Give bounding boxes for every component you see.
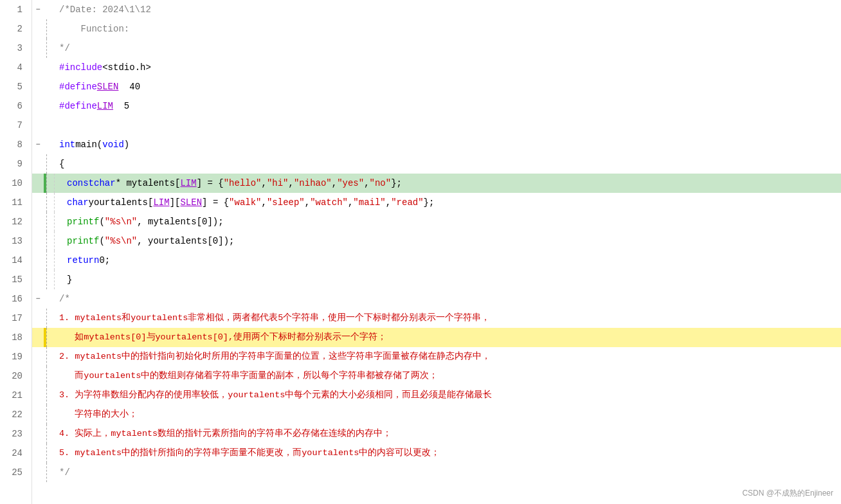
code-line-6: #define LIM 5 [32, 96, 841, 116]
code-line-17: 1. mytalents和yourtalents非常相似，两者都代表5个字符串，… [32, 309, 841, 328]
fold-gutter-15 [32, 270, 44, 289]
code-line-2: Function: [32, 19, 841, 39]
fold-gutter-25 [32, 463, 44, 482]
fold-gutter-16[interactable]: − [32, 289, 44, 309]
fold-gutter-13 [32, 231, 44, 251]
fold-gutter-4 [32, 58, 44, 77]
code-line-22: 字符串的大小； [32, 405, 841, 424]
code-line-18: 如mytalents[0]与yourtalents[0],使用两个下标时都分别表… [32, 328, 841, 347]
code-line-19: 2. mytalents中的指针指向初始化时所用的字符串字面量的位置，这些字符串… [32, 347, 841, 366]
line-content-22: 字符串的大小； [54, 405, 138, 424]
code-line-4: #include <stdio.h> [32, 58, 841, 77]
fold-gutter-17 [32, 309, 44, 328]
line-content-23: 4. 实际上，mytalents数组的指针元素所指向的字符串不必存储在连续的内存… [54, 424, 392, 444]
fold-gutter-8[interactable]: − [32, 135, 44, 154]
fold-icon-1[interactable]: − [35, 0, 40, 19]
line-content-19: 2. mytalents中的指针指向初始化时所用的字符串字面量的位置，这些字符串… [54, 347, 491, 366]
line-content-2: Function: [54, 19, 129, 39]
code-line-15: } [32, 270, 841, 289]
line-content-5: #define SLEN 40 [54, 77, 140, 96]
fold-gutter-24 [32, 444, 44, 463]
fold-gutter-14 [32, 251, 44, 270]
fold-gutter-6 [32, 96, 44, 116]
line-content-1: /*Date: 2024\1\12 [54, 0, 151, 19]
line-content-12: printf("%s\n", mytalents[0]); [62, 212, 224, 231]
fold-gutter-5 [32, 77, 44, 96]
line-content-20: 而yourtalents中的数组则存储着字符串字面量的副本，所以每个字符串都被存… [54, 366, 438, 386]
code-line-24: 5. mytalents中的指针所指向的字符串字面量不能更改，而yourtale… [32, 444, 841, 463]
fold-gutter-3 [32, 39, 44, 58]
code-line-16: − /* [32, 289, 841, 309]
watermark: CSDN @不成熟的Enjineer [742, 488, 833, 499]
line-content-9: { [54, 154, 64, 174]
code-line-9: { [32, 154, 841, 174]
code-line-12: printf("%s\n", mytalents[0]); [32, 212, 841, 231]
fold-gutter-21 [32, 386, 44, 405]
code-line-11: char yourtalents[LIM][SLEN] = {"walk", "… [32, 193, 841, 212]
code-line-13: printf("%s\n", yourtalents[0]); [32, 231, 841, 251]
line-content-18: 如mytalents[0]与yourtalents[0],使用两个下标时都分别表… [54, 328, 386, 347]
fold-icon-8[interactable]: − [35, 135, 40, 154]
code-line-21: 3. 为字符串数组分配内存的使用率较低，yourtalents中每个元素的大小必… [32, 386, 841, 405]
line-content-11: char yourtalents[LIM][SLEN] = {"walk", "… [62, 193, 434, 212]
code-line-3: */ [32, 39, 841, 58]
fold-gutter-1[interactable]: − [32, 0, 44, 19]
code-line-25: */ [32, 463, 841, 482]
line-content-17: 1. mytalents和yourtalents非常相似，两者都代表5个字符串，… [54, 309, 490, 328]
line-content-10: const char* mytalents[LIM] = {"hello", "… [62, 174, 402, 193]
fold-gutter-9 [32, 154, 44, 174]
fold-gutter-11 [32, 193, 44, 212]
code-line-20: 而yourtalents中的数组则存储着字符串字面量的副本，所以每个字符串都被存… [32, 366, 841, 386]
fold-gutter-10 [32, 174, 44, 193]
fold-gutter-20 [32, 366, 44, 386]
code-line-5: #define SLEN 40 [32, 77, 841, 96]
line-content-3: */ [54, 39, 70, 58]
code-line-7 [32, 116, 841, 135]
code-line-14: return 0; [32, 251, 841, 270]
line-content-24: 5. mytalents中的指针所指向的字符串字面量不能更改，而yourtale… [54, 444, 440, 463]
line-content-13: printf("%s\n", yourtalents[0]); [62, 231, 234, 251]
code-line-1: − /*Date: 2024\1\12 [32, 0, 841, 19]
fold-gutter-23 [32, 424, 44, 444]
fold-gutter-2 [32, 19, 44, 39]
fold-gutter-7 [32, 116, 44, 135]
line-content-15: } [62, 270, 72, 289]
fold-gutter-22 [32, 405, 44, 424]
code-area[interactable]: − /*Date: 2024\1\12 Function: */ [32, 0, 841, 504]
editor-container: 1 2 3 4 5 6 7 8 9 10 11 12 13 14 15 16 1… [0, 0, 841, 504]
fold-gutter-12 [32, 212, 44, 231]
code-line-10: const char* mytalents[LIM] = {"hello", "… [32, 174, 841, 193]
line-content-14: return 0; [62, 251, 110, 270]
fold-icon-16[interactable]: − [35, 289, 40, 309]
fold-gutter-19 [32, 347, 44, 366]
fold-gutter-18 [32, 328, 44, 347]
line-content-25: */ [54, 463, 70, 482]
line-content-8: int main(void) [54, 135, 129, 154]
code-line-8: − int main(void) [32, 135, 841, 154]
line-numbers: 1 2 3 4 5 6 7 8 9 10 11 12 13 14 15 16 1… [0, 0, 32, 504]
code-line-23: 4. 实际上，mytalents数组的指针元素所指向的字符串不必存储在连续的内存… [32, 424, 841, 444]
line-content-6: #define LIM 5 [54, 96, 129, 116]
line-content-4: #include <stdio.h> [54, 58, 151, 77]
line-content-21: 3. 为字符串数组分配内存的使用率较低，yourtalents中每个元素的大小必… [54, 386, 492, 405]
line-content-16: /* [54, 289, 70, 309]
